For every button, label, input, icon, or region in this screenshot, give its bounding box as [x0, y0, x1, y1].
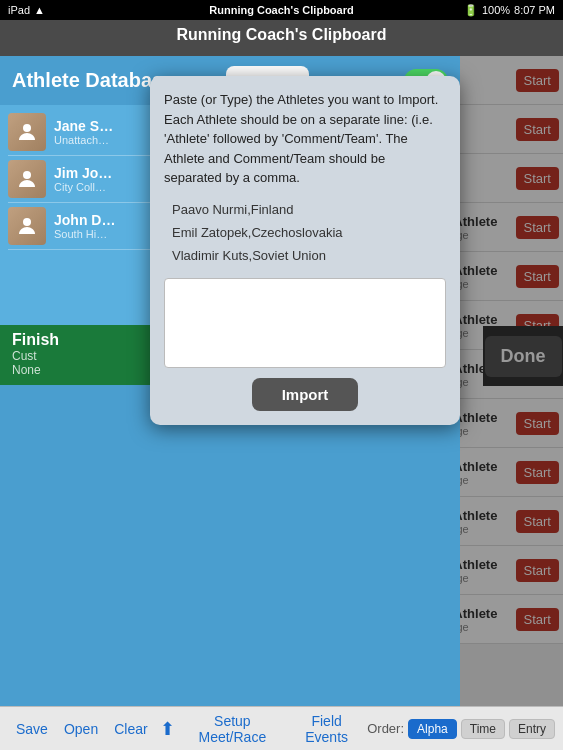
device-label: iPad	[8, 4, 30, 16]
athlete-team: City Coll…	[54, 181, 112, 193]
athlete-name: John D…	[54, 212, 115, 228]
status-bar: iPad ▲ Running Coach's Clipboard 🔋 100% …	[0, 0, 563, 20]
athlete-avatar	[8, 160, 46, 198]
time-display: 8:07 PM	[514, 4, 555, 16]
import-modal-button[interactable]: Import	[252, 378, 359, 411]
clear-button[interactable]: Clear	[106, 717, 155, 741]
athlete-avatar	[8, 113, 46, 151]
athlete-name: Jane S…	[54, 118, 113, 134]
import-instructions: Paste (or Type) the Athletes you want to…	[164, 90, 446, 188]
battery-icon: 🔋	[464, 4, 478, 17]
order-label: Order:	[367, 721, 404, 736]
open-button[interactable]: Open	[56, 717, 106, 741]
app-title-bar: Running Coach's Clipboard	[0, 20, 563, 56]
battery-level: 100%	[482, 4, 510, 16]
setup-meet-button[interactable]: Setup Meet/Race	[179, 709, 286, 749]
modal-overlay: Athlete Database Import Sort by Name Jan…	[0, 56, 563, 706]
svg-point-13	[23, 171, 31, 179]
athlete-team: South Hi…	[54, 228, 115, 240]
field-events-button[interactable]: Field Events	[286, 709, 367, 749]
sample-athlete-entry: Emil Zatopek,Czechoslovakia	[172, 221, 438, 244]
athlete-name: Jim Jo…	[54, 165, 112, 181]
time-order-button[interactable]: Time	[461, 719, 505, 739]
alpha-order-button[interactable]: Alpha	[408, 719, 457, 739]
svg-point-14	[23, 218, 31, 226]
wifi-icon: ▲	[34, 4, 45, 16]
entry-order-button[interactable]: Entry	[509, 719, 555, 739]
athlete-avatar	[8, 207, 46, 245]
app-title: Running Coach's Clipboard	[176, 26, 386, 43]
title-bar-text: Running Coach's Clipboard	[209, 4, 353, 16]
sample-athlete-entry: Paavo Nurmi,Finland	[172, 198, 438, 221]
import-textarea[interactable]	[164, 278, 446, 368]
share-icon: ⬆	[156, 718, 179, 740]
import-modal: Paste (or Type) the Athletes you want to…	[150, 76, 460, 425]
svg-point-12	[23, 124, 31, 132]
save-button[interactable]: Save	[8, 717, 56, 741]
sample-athlete-entry: Vladimir Kuts,Soviet Union	[172, 244, 438, 267]
athlete-team: Unattach…	[54, 134, 113, 146]
bottom-toolbar: Save Open Clear ⬆ Setup Meet/Race Field …	[0, 706, 563, 750]
order-group: Order: Alpha Time Entry	[367, 719, 555, 739]
sample-athletes: Paavo Nurmi,FinlandEmil Zatopek,Czechosl…	[164, 198, 446, 268]
